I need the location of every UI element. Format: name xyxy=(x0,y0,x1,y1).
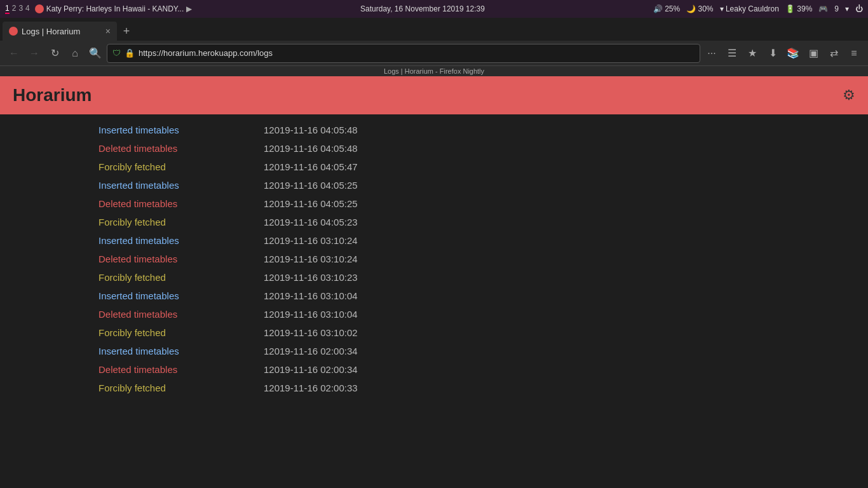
log-timestamp: 12019-11-16 02:00:34 xyxy=(264,364,358,375)
log-timestamp: 12019-11-16 03:10:04 xyxy=(264,309,358,320)
log-label-deleted: Deleted timetables xyxy=(98,364,264,375)
tab-bar: Logs | Horarium × + xyxy=(0,18,868,41)
log-row: Forcibly fetched12019-11-16 04:05:47 xyxy=(0,158,868,176)
log-row: Forcibly fetched12019-11-16 03:10:23 xyxy=(0,268,868,287)
log-label-deleted: Deleted timetables xyxy=(98,309,264,320)
nav-actions: ··· ☰ ★ ⬇ 📚 ▣ ⇄ ≡ xyxy=(703,44,863,62)
log-timestamp: 12019-11-16 03:10:24 xyxy=(264,235,358,246)
battery-indicator: 🔋 39% xyxy=(785,4,812,13)
wifi-indicator: ▾ Leaky Cauldron xyxy=(720,4,779,13)
notification-count: 9 xyxy=(834,4,839,13)
new-tab-button[interactable]: + xyxy=(117,22,136,41)
log-row: Deleted timetables12019-11-16 02:00:34 xyxy=(0,360,868,379)
log-row: Forcibly fetched12019-11-16 03:10:02 xyxy=(0,323,868,342)
star-button[interactable]: ★ xyxy=(743,44,761,62)
log-row: Inserted timetables12019-11-16 02:00:34 xyxy=(0,342,868,360)
nav-bar: ← → ↻ ⌂ 🔍 🛡 🔒 https://horarium.herokuapp… xyxy=(0,41,868,66)
log-timestamp: 12019-11-16 04:05:23 xyxy=(264,217,358,227)
workspace-4[interactable]: 4 xyxy=(25,4,30,14)
log-row: Deleted timetables12019-11-16 04:05:48 xyxy=(0,139,868,158)
back-button[interactable]: ← xyxy=(5,44,23,62)
media-play-icon[interactable]: ▶ xyxy=(186,4,192,13)
home-button[interactable]: ⌂ xyxy=(66,44,84,62)
app-header: Horarium ⚙ xyxy=(0,76,868,114)
log-label-fetched: Forcibly fetched xyxy=(98,327,264,338)
log-row: Deleted timetables12019-11-16 03:10:24 xyxy=(0,250,868,268)
workspace-1[interactable]: 1 xyxy=(5,4,10,14)
log-timestamp: 12019-11-16 03:10:23 xyxy=(264,272,358,283)
log-timestamp: 12019-11-16 04:05:48 xyxy=(264,143,358,154)
workspace-2[interactable]: 2 xyxy=(12,4,17,14)
log-label-fetched: Forcibly fetched xyxy=(98,217,264,227)
log-timestamp: 12019-11-16 04:05:25 xyxy=(264,198,358,209)
log-row: Forcibly fetched12019-11-16 02:00:33 xyxy=(0,379,868,397)
download-button[interactable]: ⬇ xyxy=(764,44,782,62)
log-row: Deleted timetables12019-11-16 04:05:25 xyxy=(0,194,868,213)
page-title-bar: Logs | Horarium - Firefox Nightly xyxy=(0,66,868,76)
address-bar[interactable]: 🛡 🔒 https://horarium.herokuapp.com/logs xyxy=(107,44,700,63)
log-row: Inserted timetables12019-11-16 03:10:24 xyxy=(0,231,868,250)
media-title: Katy Perry: Harleys In Hawaii - KANDY... xyxy=(46,4,184,13)
log-row: Inserted timetables12019-11-16 04:05:25 xyxy=(0,176,868,194)
log-row: Inserted timetables12019-11-16 03:10:04 xyxy=(0,287,868,305)
tab-favicon xyxy=(9,27,18,36)
sync-button[interactable]: ⇄ xyxy=(825,44,843,62)
log-row: Inserted timetables12019-11-16 04:05:48 xyxy=(0,121,868,139)
log-label-deleted: Deleted timetables xyxy=(98,143,264,154)
reload-button[interactable]: ↻ xyxy=(46,44,64,62)
log-label-deleted: Deleted timetables xyxy=(98,254,264,264)
log-label-deleted: Deleted timetables xyxy=(98,198,264,209)
log-timestamp: 12019-11-16 03:10:02 xyxy=(264,327,358,338)
log-timestamp: 12019-11-16 02:00:34 xyxy=(264,346,358,356)
log-timestamp: 12019-11-16 02:00:33 xyxy=(264,383,358,393)
log-content: Inserted timetables12019-11-16 04:05:48D… xyxy=(0,114,868,488)
menu-button[interactable]: ≡ xyxy=(845,44,863,62)
url-display: https://horarium.herokuapp.com/logs xyxy=(139,48,695,58)
tab-title: Logs | Horarium xyxy=(22,27,102,36)
log-label-fetched: Forcibly fetched xyxy=(98,272,264,283)
log-label-inserted: Inserted timetables xyxy=(98,125,264,135)
app-title: Horarium xyxy=(13,85,92,105)
log-timestamp: 12019-11-16 04:05:47 xyxy=(264,161,358,172)
library-button[interactable]: 📚 xyxy=(784,44,802,62)
volume-indicator: 🔊 25% xyxy=(653,4,680,13)
media-favicon xyxy=(35,4,44,13)
log-timestamp: 12019-11-16 04:05:25 xyxy=(264,180,358,191)
workspace-switcher[interactable]: 1 2 3 4 xyxy=(5,4,30,14)
sidebar-button[interactable]: ▣ xyxy=(804,44,822,62)
os-system-tray: 🔊 25% 🌙 30% ▾ Leaky Cauldron 🔋 39% 🎮 9 ▾… xyxy=(653,4,863,13)
pocket-button[interactable]: ☰ xyxy=(723,44,741,62)
browser-tab[interactable]: Logs | Horarium × xyxy=(3,22,117,41)
shield-icon: 🛡 xyxy=(112,48,121,58)
log-row: Forcibly fetched12019-11-16 04:05:23 xyxy=(0,213,868,231)
tray-arrow[interactable]: ▾ xyxy=(845,4,849,13)
log-label-inserted: Inserted timetables xyxy=(98,235,264,246)
log-label-fetched: Forcibly fetched xyxy=(98,161,264,172)
log-label-fetched: Forcibly fetched xyxy=(98,383,264,393)
os-titlebar: 1 2 3 4 Katy Perry: Harleys In Hawaii - … xyxy=(0,0,868,18)
moon-indicator: 🌙 30% xyxy=(686,4,713,13)
log-timestamp: 12019-11-16 03:10:04 xyxy=(264,290,358,301)
media-info: Katy Perry: Harleys In Hawaii - KANDY...… xyxy=(35,4,193,13)
more-button[interactable]: ··· xyxy=(703,44,721,62)
log-label-inserted: Inserted timetables xyxy=(98,180,264,191)
forward-button[interactable]: → xyxy=(25,44,43,62)
workspace-3[interactable]: 3 xyxy=(18,4,23,14)
os-titlebar-left: 1 2 3 4 Katy Perry: Harleys In Hawaii - … xyxy=(5,4,192,14)
log-row: Deleted timetables12019-11-16 03:10:04 xyxy=(0,305,868,323)
log-timestamp: 12019-11-16 04:05:48 xyxy=(264,125,358,135)
tab-close-button[interactable]: × xyxy=(105,26,111,36)
search-button[interactable]: 🔍 xyxy=(86,44,104,62)
settings-icon[interactable]: ⚙ xyxy=(843,87,855,104)
os-datetime: Saturday, 16 November 12019 12:39 xyxy=(360,4,485,13)
log-timestamp: 12019-11-16 03:10:24 xyxy=(264,254,358,264)
power-icon[interactable]: ⏻ xyxy=(855,4,863,13)
lock-icon: 🔒 xyxy=(125,48,135,58)
controller-icon: 🎮 xyxy=(818,4,828,13)
log-label-inserted: Inserted timetables xyxy=(98,346,264,356)
log-label-inserted: Inserted timetables xyxy=(98,290,264,301)
